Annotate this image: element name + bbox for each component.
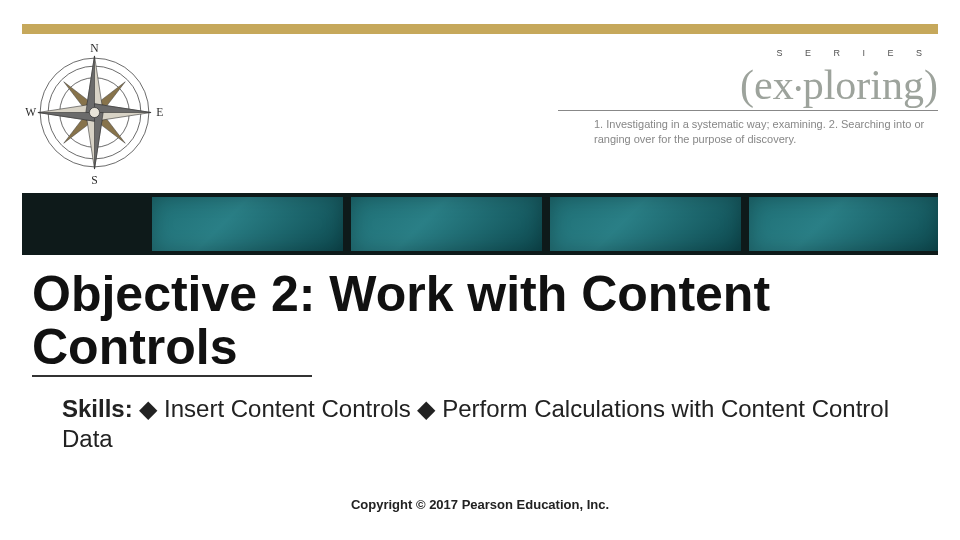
title-text: Objective 2: Work with Content Controls <box>32 266 770 375</box>
teal-segment <box>749 197 938 251</box>
accent-bar <box>22 24 938 34</box>
title-underline <box>32 375 312 377</box>
compass-icon: N E S W <box>22 40 167 185</box>
brand-definition: 1. Investigating in a systematic way; ex… <box>558 117 938 147</box>
svg-marker-12 <box>95 104 152 113</box>
brand-underline <box>558 110 938 111</box>
compass-s: S <box>91 174 97 185</box>
skills-line: Skills: ◆ Insert Content Controls ◆ Perf… <box>62 394 890 454</box>
compass-e: E <box>156 106 163 119</box>
compass-n: N <box>90 42 99 55</box>
brand-wordmark: (ex•ploring) <box>558 64 938 106</box>
series-label: S E R I E S <box>558 48 938 58</box>
skills-label: Skills: <box>62 395 133 422</box>
slide-title: Objective 2: Work with Content Controls <box>32 268 910 377</box>
skills-text: ◆ Insert Content Controls ◆ Perform Calc… <box>62 395 889 452</box>
brand-block: S E R I E S (ex•ploring) 1. Investigatin… <box>558 40 938 147</box>
teal-band <box>22 193 938 255</box>
svg-point-15 <box>89 107 99 117</box>
slide: N E S W <box>0 0 960 540</box>
svg-marker-14 <box>38 113 95 122</box>
copyright-footer: Copyright © 2017 Pearson Education, Inc. <box>0 497 960 512</box>
header: N E S W <box>22 40 938 185</box>
compass-w: W <box>25 106 36 119</box>
teal-segment <box>550 197 741 251</box>
teal-segment <box>152 197 343 251</box>
teal-segment <box>351 197 542 251</box>
svg-marker-11 <box>86 56 95 113</box>
svg-marker-13 <box>95 113 104 170</box>
